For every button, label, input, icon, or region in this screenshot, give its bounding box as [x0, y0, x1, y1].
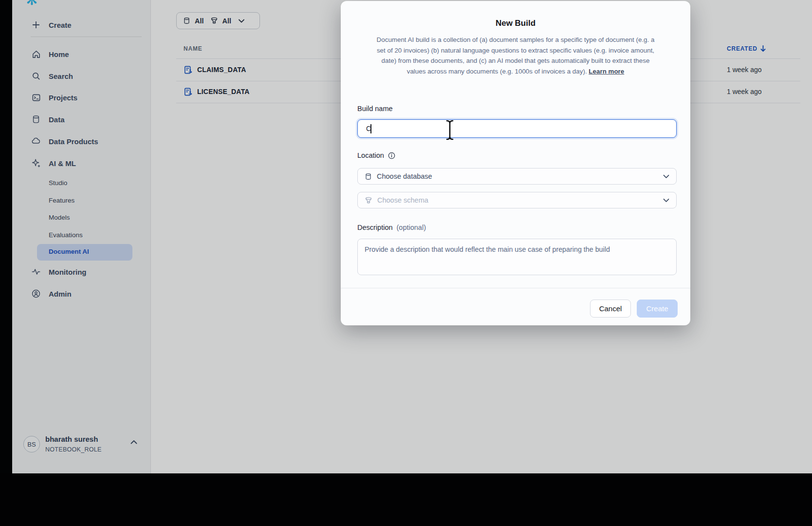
- database-icon: [365, 173, 372, 180]
- footer-divider: [341, 288, 690, 288]
- location-label-text: Location: [357, 151, 384, 159]
- info-icon[interactable]: [388, 152, 395, 159]
- build-name-input[interactable]: [357, 119, 677, 138]
- choose-schema-dropdown[interactable]: Choose schema: [357, 192, 677, 208]
- cancel-button[interactable]: Cancel: [590, 300, 631, 318]
- choose-database-dropdown[interactable]: Choose database: [357, 168, 677, 185]
- database-dropdown-value: Choose database: [377, 172, 658, 180]
- dialog-title: New Build: [341, 19, 690, 28]
- build-name-label-text: Build name: [357, 105, 393, 113]
- chevron-down-icon: [663, 198, 669, 203]
- optional-suffix: (optional): [397, 224, 426, 231]
- description-label: Description (optional): [357, 224, 426, 231]
- schema-icon: [365, 197, 372, 204]
- learn-more-link[interactable]: Learn more: [589, 68, 624, 75]
- description-textarea[interactable]: [357, 239, 677, 275]
- build-name-label: Build name: [357, 105, 393, 113]
- description-label-text: Description: [357, 224, 393, 231]
- create-button-disabled[interactable]: Create: [637, 300, 678, 318]
- dialog-description: Document AI build is a collection of (a)…: [374, 35, 657, 76]
- location-label: Location: [357, 151, 395, 159]
- text-caret: [370, 124, 371, 133]
- chevron-down-icon: [663, 174, 669, 179]
- mouse-cursor-ibeam: [445, 119, 454, 141]
- new-build-dialog: New Build Document AI build is a collect…: [341, 1, 690, 325]
- cancel-label: Cancel: [599, 304, 622, 313]
- screen: ❋ Create Home Search: [0, 0, 812, 526]
- create-label: Create: [646, 304, 668, 313]
- schema-dropdown-value: Choose schema: [377, 196, 658, 204]
